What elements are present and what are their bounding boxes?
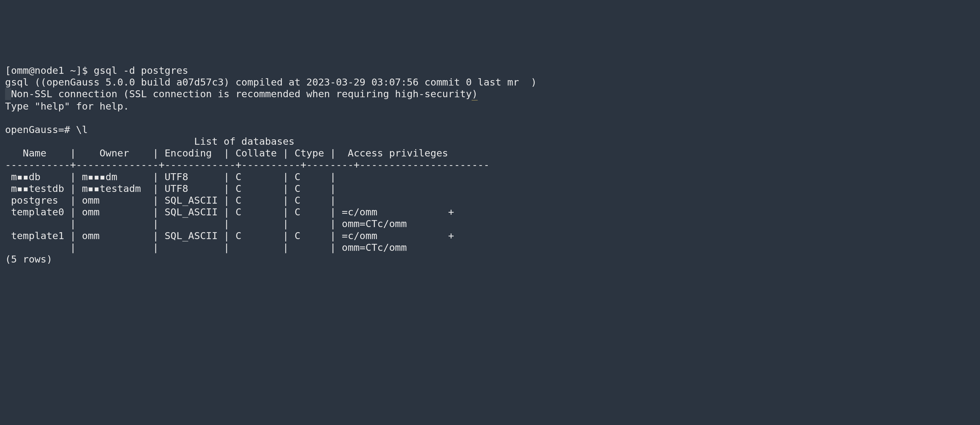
shell-command: gsql -d postgres xyxy=(94,65,188,76)
shell-prompt: [omm@node1 ~]$ xyxy=(5,65,94,76)
gauss-command: \l xyxy=(76,124,88,135)
gauss-prompt: openGauss=# xyxy=(5,124,76,135)
ssl-warning-tail: ) xyxy=(472,88,478,100)
version-line: gsql ((openGauss 5.0.0 build a07d57c3) c… xyxy=(5,76,537,88)
ssl-warning-mid: (SSL connection is recommended when requ… xyxy=(123,88,472,99)
highlight-bar xyxy=(5,88,11,100)
db-table: List of databases Name | Owner | Encodin… xyxy=(5,135,489,265)
help-line: Type "help" for help. xyxy=(5,100,129,112)
ssl-warning-prefix: Non-SSL connection xyxy=(11,88,123,99)
terminal-output[interactable]: [omm@node1 ~]$ gsql -d postgres gsql ((o… xyxy=(0,59,980,270)
